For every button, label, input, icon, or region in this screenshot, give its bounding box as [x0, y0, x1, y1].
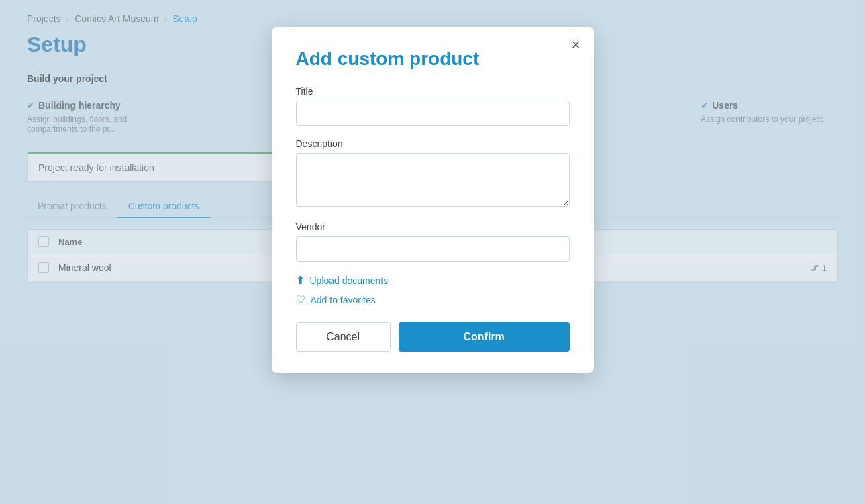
heart-icon: ♡ [296, 293, 305, 306]
description-input[interactable] [296, 153, 570, 207]
description-label: Description [296, 138, 570, 149]
description-field-group: Description [296, 138, 570, 209]
action-links: ⬆ Upload documents ♡ Add to favorites [296, 274, 570, 306]
modal-overlay: × Add custom product Title Description V… [0, 0, 865, 504]
confirm-button[interactable]: Confirm [399, 322, 570, 352]
modal-close-button[interactable]: × [572, 38, 580, 52]
modal-buttons: Cancel Confirm [296, 322, 570, 352]
add-custom-product-modal: × Add custom product Title Description V… [272, 27, 594, 373]
upload-label: Upload documents [310, 275, 389, 286]
favorites-label: Add to favorites [311, 295, 376, 305]
vendor-label: Vendor [296, 221, 570, 232]
title-input[interactable] [296, 101, 570, 126]
vendor-field-group: Vendor [296, 221, 570, 262]
title-label: Title [296, 86, 570, 97]
upload-icon: ⬆ [296, 274, 305, 287]
title-field-group: Title [296, 86, 570, 126]
modal-title: Add custom product [296, 48, 570, 70]
cancel-button[interactable]: Cancel [296, 322, 391, 352]
upload-documents-link[interactable]: ⬆ Upload documents [296, 274, 570, 287]
vendor-input[interactable] [296, 236, 570, 262]
add-to-favorites-link[interactable]: ♡ Add to favorites [296, 293, 570, 306]
